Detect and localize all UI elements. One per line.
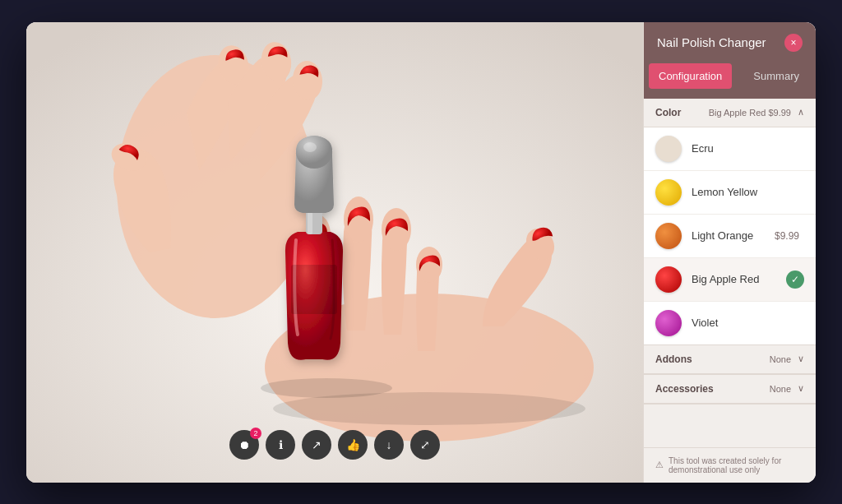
color-name-ecru: Ecru <box>692 142 804 155</box>
info-icon: ℹ <box>279 438 283 451</box>
color-list: Ecru Lemon Yellow Light Orange $9.99 Big… <box>644 127 816 345</box>
svg-point-18 <box>261 378 392 398</box>
addons-chevron-icon: ∨ <box>798 354 804 364</box>
selected-check-icon: ✓ <box>786 270 804 289</box>
color-section-right: Big Apple Red $9.99 ∧ <box>709 107 804 118</box>
screen-frame: ⏺ 2 ℹ ↗ 👍 ↓ ⤢ Nail Polish Changer <box>26 22 816 483</box>
accessories-chevron-icon: ∨ <box>798 383 804 394</box>
toolbar: ⏺ 2 ℹ ↗ 👍 ↓ ⤢ <box>229 430 440 460</box>
accessories-label: Accessories <box>655 383 714 395</box>
color-selected-value: Big Apple Red $9.99 <box>709 108 791 118</box>
record-icon: ⏺ <box>238 438 250 451</box>
accessories-section: Accessories None ∨ <box>644 375 816 405</box>
like-icon: 👍 <box>346 438 360 451</box>
addons-label: Addons <box>655 354 692 365</box>
accessories-section-right: None ∨ <box>770 383 804 394</box>
color-section-header[interactable]: Color Big Apple Red $9.99 ∧ <box>644 99 816 127</box>
color-chevron-icon: ∧ <box>798 107 804 118</box>
record-button[interactable]: ⏺ 2 <box>229 430 259 460</box>
right-panel: Nail Polish Changer × Configuration Summ… <box>643 22 816 483</box>
color-label: Color <box>655 107 681 118</box>
color-item-ecru[interactable]: Ecru <box>644 127 816 171</box>
color-item-violet[interactable]: Violet <box>644 302 816 344</box>
download-icon: ↓ <box>386 438 392 451</box>
close-button[interactable]: × <box>784 34 803 52</box>
nail-image-container <box>26 22 643 483</box>
svg-point-15 <box>296 136 332 169</box>
panel-footer: ⚠ This tool was created solely for demon… <box>644 447 816 483</box>
color-name-lemon-yellow: Lemon Yellow <box>692 186 804 198</box>
color-item-light-orange[interactable]: Light Orange $9.99 <box>644 215 816 258</box>
panel-tabs: Configuration Summary <box>644 63 816 99</box>
color-name-big-apple-red: Big Apple Red <box>692 273 786 285</box>
color-swatch-big-apple-red <box>655 266 682 293</box>
tab-configuration[interactable]: Configuration <box>649 63 732 89</box>
accessories-section-header[interactable]: Accessories None ∨ <box>644 375 816 404</box>
warning-icon: ⚠ <box>655 460 664 470</box>
expand-icon: ⤢ <box>420 438 430 451</box>
addons-value: None <box>770 354 791 364</box>
nail-polish-image <box>26 22 643 483</box>
panel-content: Color Big Apple Red $9.99 ∧ Ecru Lemon Y… <box>644 99 816 447</box>
accessories-value: None <box>770 384 791 394</box>
color-price-light-orange: $9.99 <box>775 230 799 242</box>
color-swatch-lemon-yellow <box>655 179 682 206</box>
addons-section-header[interactable]: Addons None ∨ <box>644 345 816 374</box>
addons-section: Addons None ∨ <box>644 345 816 375</box>
color-swatch-violet <box>655 310 682 336</box>
image-area: ⏺ 2 ℹ ↗ 👍 ↓ ⤢ <box>26 22 643 483</box>
svg-rect-12 <box>291 265 337 314</box>
panel-header: Nail Polish Changer × <box>644 22 816 63</box>
download-button[interactable]: ↓ <box>374 430 404 460</box>
addons-section-right: None ∨ <box>770 354 804 364</box>
color-name-violet: Violet <box>692 317 804 329</box>
panel-title: Nail Polish Changer <box>657 35 766 49</box>
expand-button[interactable]: ⤢ <box>410 430 440 460</box>
record-badge: 2 <box>250 428 261 439</box>
color-item-big-apple-red[interactable]: Big Apple Red ✓ <box>644 258 816 302</box>
color-item-lemon-yellow[interactable]: Lemon Yellow <box>644 171 816 215</box>
color-swatch-light-orange <box>655 223 682 249</box>
close-icon: × <box>790 37 796 49</box>
tab-summary[interactable]: Summary <box>742 63 811 89</box>
footer-text: This tool was created solely for demonst… <box>669 456 804 474</box>
color-name-light-orange: Light Orange <box>692 229 775 242</box>
color-swatch-ecru <box>655 136 682 162</box>
like-button[interactable]: 👍 <box>338 430 368 460</box>
svg-point-16 <box>303 142 317 152</box>
share-icon: ↗ <box>312 438 322 451</box>
share-button[interactable]: ↗ <box>302 430 331 460</box>
info-button[interactable]: ℹ <box>266 430 295 460</box>
